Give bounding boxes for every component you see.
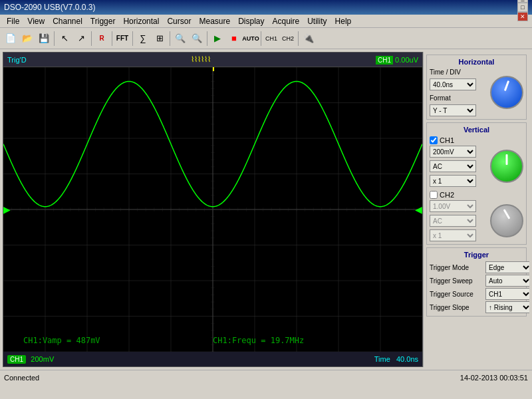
menu-utility[interactable]: Utility: [303, 16, 331, 27]
trigger-slope-label: Trigger Slope: [430, 304, 483, 311]
time-div-label: Time / DIV: [430, 68, 487, 76]
format-select[interactable]: Y - T X - Y: [430, 104, 476, 116]
trigger-slope-select[interactable]: ↑ Rising ↓ Falling: [485, 301, 529, 313]
ch2-coupling-select[interactable]: AC DC: [430, 215, 476, 227]
ch1-arrow-right[interactable]: ◀: [415, 204, 422, 215]
trigger-wave: ⌇⌇⌇⌇⌇⌇: [191, 55, 211, 64]
menu-horizontal[interactable]: Horizontal: [119, 16, 163, 27]
ch1-checkbox-label: CH1: [440, 136, 454, 144]
ch2-knob-marker: [503, 209, 511, 219]
menu-acquire[interactable]: Acquire: [269, 16, 304, 27]
menubar: File View Channel Trigger Horizontal Cur…: [0, 15, 532, 28]
tb-run[interactable]: ▶: [209, 31, 225, 47]
vertical-section: Vertical CH1 200mV 100mV 500mV 1.00V AC …: [426, 122, 527, 245]
tb-math[interactable]: ∑: [135, 31, 151, 47]
tb-zoom-out[interactable]: 🔍: [189, 31, 205, 47]
ch1-checkbox[interactable]: [430, 136, 438, 144]
trigger-source-label: Trigger Source: [430, 291, 483, 298]
horizontal-section: Horizontal Time / DIV 40.0ns 20.0ns 10.0…: [426, 55, 527, 120]
ch1-coupling-select[interactable]: AC DC GND: [430, 160, 476, 172]
tb-sep6: [207, 31, 207, 46]
trigger-source-select[interactable]: CH1 CH2 EXT: [485, 288, 529, 300]
ch1-knob-row: 200mV 100mV 500mV 1.00V AC DC GND x 1 x …: [430, 146, 523, 187]
time-bottom-info: Time 40.0ns: [374, 355, 418, 363]
tb-ch1[interactable]: CH1: [263, 31, 279, 47]
right-panel: Horizontal Time / DIV 40.0ns 20.0ns 10.0…: [423, 52, 529, 367]
scope-top-bar: Trig'D ⌇⌇⌇⌇⌇⌇ CH1 0.00uV: [3, 53, 422, 67]
scope-canvas: CH1:Vamp = 487mV CH1:Frequ = 19.7MHz ▶ ◀: [3, 67, 422, 352]
ch2-probe-select[interactable]: x 1 x 10: [430, 229, 476, 241]
scope-bottom-bar: CH1 200mV Time 40.0ns: [3, 352, 422, 366]
tb-ref[interactable]: R: [94, 31, 110, 47]
menu-help[interactable]: Help: [331, 16, 356, 27]
tb-open[interactable]: 📂: [19, 31, 35, 47]
ch1-checkbox-row: CH1: [430, 136, 523, 144]
trigger-sweep-label: Trigger Sweep: [430, 277, 483, 285]
scope-area: Trig'D ⌇⌇⌇⌇⌇⌇ CH1 0.00uV CH1:Vamp = 487m…: [3, 52, 423, 367]
horizontal-knob-row: Time / DIV 40.0ns 20.0ns 10.0ns 100ns Fo…: [430, 68, 523, 116]
close-button[interactable]: ✕: [517, 12, 528, 21]
tb-probe[interactable]: 🔌: [301, 31, 317, 47]
ch1-controls: 200mV 100mV 500mV 1.00V AC DC GND x 1 x …: [430, 146, 487, 187]
tb-cursor-select[interactable]: ↖: [57, 31, 72, 47]
tb-sep4: [132, 31, 133, 46]
ch1-vamp: CH1:Vamp = 487mV: [23, 336, 100, 345]
ch2-controls: 1.00V 200mV 100mV AC DC x 1 x 10: [430, 200, 487, 241]
ch2-checkbox-label: CH2: [440, 191, 454, 199]
tb-sep5: [170, 31, 170, 46]
trigger-sweep-select[interactable]: Auto Normal Single: [485, 275, 529, 287]
time-div-select[interactable]: 40.0ns 20.0ns 10.0ns 100ns: [430, 78, 476, 90]
trig-indicator: Trig'D: [7, 56, 27, 64]
ch1-arrow-left[interactable]: ▶: [3, 204, 11, 215]
maximize-button[interactable]: □: [517, 3, 528, 12]
format-label: Format: [430, 94, 487, 102]
ch2-knob[interactable]: [490, 204, 523, 237]
connection-status: Connected: [4, 374, 39, 382]
tb-auto[interactable]: AUTO: [243, 31, 259, 47]
trigger-mode-select[interactable]: Edge Pulse Video: [485, 261, 529, 273]
tb-save[interactable]: 💾: [36, 31, 52, 47]
menu-display[interactable]: Display: [234, 16, 268, 27]
menu-file[interactable]: File: [3, 16, 23, 27]
tb-sep2: [91, 31, 92, 46]
tb-sep8: [298, 31, 299, 46]
ch1-freq: CH1:Frequ = 19.7MHz: [213, 336, 304, 345]
menu-channel[interactable]: Channel: [49, 16, 86, 27]
ch2-voltage-select[interactable]: 1.00V 200mV 100mV: [430, 200, 476, 212]
ch2-checkbox-row: CH2: [430, 191, 523, 199]
ch2-checkbox[interactable]: [430, 191, 438, 199]
tb-sep3: [112, 31, 112, 46]
menu-trigger[interactable]: Trigger: [86, 16, 120, 27]
menu-view[interactable]: View: [23, 16, 49, 27]
ch1-knob-marker: [506, 154, 508, 165]
titlebar-title: DSO-2090 USB(V7.0.0.3): [4, 3, 95, 12]
ch2-knob-row: 1.00V 200mV 100mV AC DC x 1 x 10: [430, 200, 523, 241]
tb-sep7: [261, 31, 261, 46]
tb-new[interactable]: 📄: [3, 31, 19, 47]
waveform-display: [3, 67, 422, 352]
menu-measure[interactable]: Measure: [195, 16, 234, 27]
tb-ch2[interactable]: CH2: [280, 31, 296, 47]
trigger-mode-label: Trigger Mode: [430, 264, 483, 271]
trigger-marker: [213, 67, 214, 71]
tb-fft[interactable]: FFT: [114, 31, 130, 47]
ch1-knob[interactable]: [490, 150, 523, 183]
titlebar: DSO-2090 USB(V7.0.0.3) _ □ ✕: [0, 0, 532, 15]
ch1-voltage-status: CH1 0.00uV: [376, 56, 418, 64]
tb-cursor-arrow[interactable]: ↗: [73, 31, 89, 47]
tb-zoom-in[interactable]: 🔍: [172, 31, 188, 47]
horizontal-knob[interactable]: [490, 76, 523, 109]
ch1-voltage-select[interactable]: 200mV 100mV 500mV 1.00V: [430, 146, 476, 158]
statusbar: Connected 14-02-2013 00:03:51: [0, 370, 532, 384]
status-datetime: 14-02-2013 00:03:51: [460, 374, 528, 382]
menu-cursor[interactable]: Cursor: [163, 16, 195, 27]
tb-stop[interactable]: ■: [226, 31, 242, 47]
horizontal-title: Horizontal: [430, 58, 523, 66]
tb-measure2[interactable]: ⊞: [152, 31, 168, 47]
trigger-section: Trigger Trigger Mode Edge Pulse Video Tr…: [426, 247, 527, 317]
ch1-probe-select[interactable]: x 1 x 10: [430, 175, 476, 187]
ch1-bottom-label: CH1 200mV: [7, 354, 54, 364]
trigger-grid: Trigger Mode Edge Pulse Video Trigger Sw…: [430, 261, 523, 313]
trigger-title: Trigger: [430, 251, 523, 259]
titlebar-controls: _ □ ✕: [517, 0, 528, 21]
